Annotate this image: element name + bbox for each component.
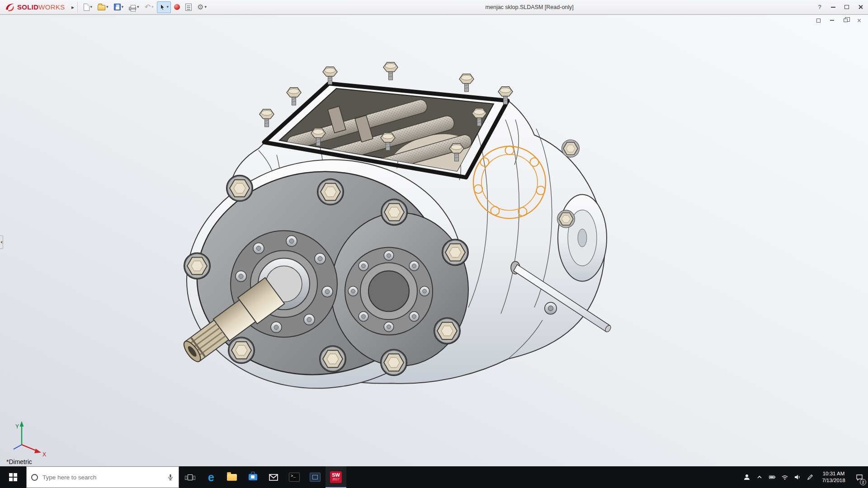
taskbar: e >_ SW 2017	[0, 466, 868, 488]
print-button[interactable]: ▾	[127, 1, 142, 13]
restore-icon	[844, 19, 848, 22]
people-button[interactable]	[741, 466, 753, 488]
taskbar-app-dark[interactable]	[305, 466, 326, 488]
3d-scene[interactable]: Y X	[0, 15, 868, 466]
start-button[interactable]	[0, 466, 26, 488]
document-restore-button[interactable]	[841, 17, 850, 24]
solidworks-logo-icon	[5, 3, 15, 12]
app-window-icon	[310, 473, 321, 482]
chevron-down-icon[interactable]: ▾	[137, 5, 139, 9]
chevron-down-icon: ▾	[151, 5, 154, 9]
triad-x-label: X	[42, 451, 46, 458]
taskbar-app-file-explorer[interactable]	[222, 466, 242, 488]
undo-button: ↶ ▾	[142, 1, 156, 13]
document-title: menjac sklop.SLDASM [Read-only]	[486, 4, 574, 10]
options-button[interactable]: ⚙ ▾	[195, 1, 209, 13]
command-prompt-icon: >_	[289, 473, 300, 482]
toolbar: ▾ ▾ ▾ ▾ ↶ ▾ ▾ ⚙	[81, 1, 209, 13]
orientation-triad: Y X	[14, 421, 46, 458]
undo-icon: ↶	[145, 4, 151, 11]
notification-badge: 2	[860, 479, 866, 485]
task-view-button[interactable]	[179, 466, 201, 488]
triad-y-label: Y	[15, 423, 19, 430]
close-icon	[858, 5, 863, 9]
taskbar-app-mail[interactable]	[263, 466, 284, 488]
chevron-down-icon[interactable]: ▾	[90, 5, 93, 9]
people-icon	[743, 474, 750, 481]
taskbar-app-solidworks[interactable]: SW 2017	[326, 466, 346, 488]
volume-button[interactable]	[791, 466, 804, 488]
taskbar-app-store[interactable]	[242, 466, 263, 488]
chevron-down-icon[interactable]: ▾	[204, 5, 207, 9]
brand-text: SOLIDWORKS	[17, 3, 65, 11]
search-input[interactable]	[42, 474, 162, 481]
pen-icon	[807, 474, 814, 481]
minimize-button[interactable]	[826, 0, 840, 14]
network-icon	[781, 474, 788, 481]
help-button[interactable]: ?	[813, 0, 826, 14]
titlebar: SOLIDWORKS ▸ ▾ ▾ ▾ ▾ ↶ ▾ ▾	[0, 0, 868, 14]
document-menu-button[interactable]	[814, 17, 823, 24]
solidworks-logo: SOLIDWORKS	[0, 3, 69, 12]
system-tray: 10:31 AM 7/13/2018 2	[741, 466, 868, 488]
search-icon	[31, 474, 38, 481]
microphone-icon[interactable]	[167, 474, 174, 481]
clock[interactable]: 10:31 AM 7/13/2018	[816, 466, 851, 488]
battery-button[interactable]	[766, 466, 778, 488]
maximize-button[interactable]	[840, 0, 854, 14]
taskbar-app-edge[interactable]: e	[201, 466, 222, 488]
windows-logo-icon	[9, 473, 17, 481]
minimize-icon	[830, 20, 834, 21]
battery-icon	[769, 474, 776, 481]
chevron-up-icon	[756, 474, 763, 481]
open-folder-icon	[98, 5, 105, 10]
window-controls: ?	[813, 0, 867, 14]
select-tool-button[interactable]: ▾	[157, 1, 171, 13]
cursor-arrow-icon	[159, 4, 166, 11]
graphics-area[interactable]: Y X *Dimetric	[0, 14, 868, 466]
secondary-bore	[345, 247, 433, 335]
taskbar-app-command-prompt[interactable]: >_	[284, 466, 305, 488]
document-properties-icon	[185, 4, 192, 11]
chevron-down-icon[interactable]: ▾	[106, 5, 108, 9]
gearbox-model[interactable]	[172, 62, 612, 406]
taskbar-search[interactable]	[26, 466, 179, 488]
network-button[interactable]	[778, 466, 791, 488]
solidworks-app-icon: SW 2017	[330, 471, 342, 483]
gear-icon: ⚙	[197, 4, 203, 11]
new-document-icon	[84, 4, 90, 11]
open-button[interactable]: ▾	[95, 1, 111, 13]
view-orientation-label: *Dimetric	[6, 458, 32, 465]
task-view-icon	[188, 474, 193, 480]
show-hidden-icons-button[interactable]	[753, 466, 766, 488]
red-sphere-icon	[174, 4, 180, 10]
clock-time: 10:31 AM	[823, 470, 845, 477]
action-center-button[interactable]: 2	[851, 466, 868, 488]
maximize-icon	[844, 5, 849, 9]
resources-button[interactable]	[172, 1, 182, 13]
pen-button[interactable]	[804, 466, 816, 488]
save-floppy-icon	[114, 4, 121, 10]
close-button[interactable]	[854, 0, 867, 14]
new-document-button[interactable]: ▾	[81, 1, 95, 13]
clock-date: 7/13/2018	[822, 477, 845, 484]
mail-icon	[269, 474, 278, 481]
store-icon	[249, 474, 257, 480]
document-minimize-button[interactable]	[827, 17, 836, 24]
save-button[interactable]: ▾	[112, 1, 126, 13]
print-icon	[129, 7, 136, 10]
chevron-down-icon[interactable]: ▾	[167, 5, 169, 9]
solidworks-app-label: SW	[332, 473, 340, 478]
volume-icon	[794, 474, 801, 481]
menu-expand-arrow-icon[interactable]: ▸	[69, 2, 78, 13]
edge-icon: e	[208, 472, 214, 483]
document-properties-button[interactable]	[183, 1, 194, 13]
close-icon	[857, 19, 861, 23]
solidworks-app-year: 2017	[332, 478, 340, 481]
minimize-icon	[831, 7, 835, 8]
document-menu-icon	[816, 19, 821, 23]
document-close-button[interactable]	[854, 17, 863, 24]
file-explorer-icon	[227, 474, 237, 481]
document-window-controls	[814, 17, 863, 24]
chevron-down-icon[interactable]: ▾	[122, 5, 124, 9]
